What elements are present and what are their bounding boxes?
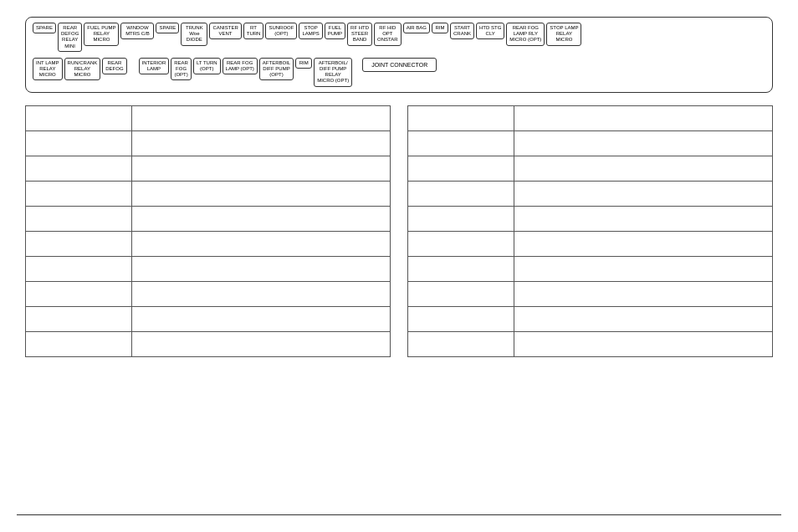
table-row bbox=[408, 231, 773, 256]
table-row bbox=[26, 156, 391, 181]
tables-container bbox=[25, 105, 773, 357]
fuse-rt-turn: RTTURN bbox=[243, 23, 264, 39]
fuse-rear-fog-lamp-rly: REAR FOGLAMP RLYMICRO (OPT) bbox=[506, 23, 545, 46]
table-row bbox=[26, 256, 391, 281]
table-row bbox=[26, 306, 391, 331]
table-row bbox=[408, 256, 773, 281]
left-table bbox=[25, 105, 391, 357]
fuse-fuel-pump: FUELPUMP bbox=[325, 23, 345, 39]
table-row bbox=[26, 331, 391, 356]
fuse-window-mtrs: WINDOWMTRS C/B bbox=[120, 23, 154, 39]
fuse-stop-lamp-relay: STOP LAMPRELAYMICRO bbox=[546, 23, 581, 46]
right-table bbox=[407, 105, 773, 357]
fuse-afterboil-relay: AFTERBOIL/DIFF PUMPRELAYMICRO (OPT) bbox=[314, 58, 352, 87]
diagram-bottom-row: INT LAMPRELAYMICRO RUN/CRANKRELAYMICRO R… bbox=[33, 58, 437, 87]
fuse-rear-fog-opt: REARFOG(OPT) bbox=[171, 58, 192, 81]
fuse-htd-stg-cly: HTD STGCLY bbox=[476, 23, 504, 39]
fuse-trunk: TRUNKWoeDIODE bbox=[181, 23, 207, 46]
fuse-run-crank-relay: RUN/CRANKRELAYMICRO bbox=[64, 58, 101, 81]
table-row bbox=[408, 206, 773, 231]
table-row bbox=[26, 231, 391, 256]
fuse-sunroof: SUNROOF(OPT) bbox=[265, 23, 297, 39]
table-row bbox=[408, 181, 773, 206]
fuse-spare-2: SPARE bbox=[156, 23, 179, 33]
table-row bbox=[408, 130, 773, 156]
fuse-stop-lamps: STOPLAMPS bbox=[299, 23, 322, 39]
fuse-start-crank: STARTCRANK bbox=[450, 23, 474, 39]
diagram-top-row: SPARE REARDEFOGRELAYMINI FUEL PUMPRELAYM… bbox=[33, 23, 581, 52]
fuse-lt-turn: LT TURN(OPT) bbox=[193, 58, 221, 74]
table-row bbox=[26, 206, 391, 231]
fuse-rear-fog-lamp: REAR FOGLAMP (OPT) bbox=[223, 58, 258, 74]
fuse-fuel-pump-relay: FUEL PUMPRELAYMICRO bbox=[84, 23, 119, 46]
fuse-int-lamp-relay: INT LAMPRELAYMICRO bbox=[33, 58, 63, 81]
table-row bbox=[408, 331, 773, 356]
fuse-rim-1: RIM bbox=[432, 23, 448, 33]
table-row bbox=[408, 281, 773, 306]
table-row bbox=[26, 181, 391, 206]
fuse-afterboil-diff: AFTERBOILDIFF PUMP(OPT) bbox=[259, 58, 294, 81]
fuse-rear-defog-relay: REARDEFOGRELAYMINI bbox=[58, 23, 82, 52]
fuse-spare-1: SPARE bbox=[33, 23, 56, 33]
joint-connector: JOINT CONNECTOR bbox=[362, 58, 437, 72]
fuse-rf-htd-steer: RF HTDSTEERBAND bbox=[347, 23, 372, 46]
bottom-line bbox=[17, 514, 781, 515]
fuse-rf-hid-onstar: RF HIDOPTONSTAR bbox=[374, 23, 402, 46]
fuse-diagram: SPARE REARDEFOGRELAYMINI FUEL PUMPRELAYM… bbox=[25, 17, 773, 93]
page: SPARE REARDEFOGRELAYMINI FUEL PUMPRELAYM… bbox=[0, 0, 798, 532]
table-row bbox=[408, 156, 773, 181]
table-row bbox=[26, 130, 391, 156]
fuse-air-bag: AIR BAG bbox=[403, 23, 430, 33]
fuse-canister-vent: CANISTERVENT bbox=[209, 23, 241, 39]
table-row bbox=[26, 281, 391, 306]
table-row bbox=[408, 105, 773, 130]
fuse-rear-defog: REARDEFOG bbox=[102, 58, 126, 74]
table-row bbox=[408, 306, 773, 331]
fuse-interior-lamp: INTERIORLAMP bbox=[139, 58, 170, 74]
fuse-rim-2: RIM bbox=[295, 58, 312, 69]
table-row bbox=[26, 105, 391, 130]
